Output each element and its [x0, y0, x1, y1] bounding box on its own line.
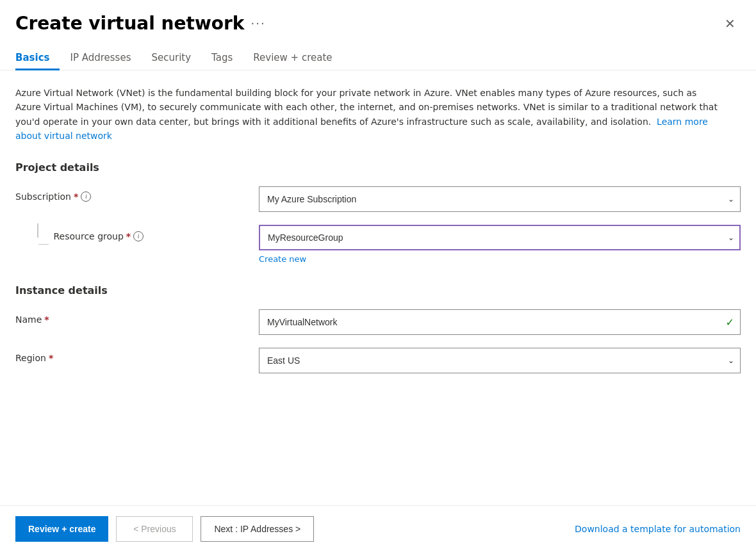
region-select[interactable]: East US East US 2 West US West Europe: [259, 348, 741, 373]
next-button[interactable]: Next : IP Addresses >: [201, 516, 314, 542]
main-content: Azure Virtual Network (VNet) is the fund…: [0, 70, 756, 505]
resource-group-label-area: Resource group * i: [15, 225, 259, 252]
instance-details-section: Instance details Name * ✓ Region: [15, 284, 741, 373]
name-label: Name *: [15, 309, 259, 325]
close-icon: ✕: [725, 16, 735, 31]
name-input-wrapper: ✓: [259, 309, 741, 335]
resource-group-control: MyResourceGroup ⌄ Create new: [259, 225, 741, 264]
tab-tags[interactable]: Tags: [201, 47, 243, 70]
description-text: Azure Virtual Network (VNet) is the fund…: [15, 86, 720, 143]
dialog-title: Create virtual network: [15, 13, 244, 34]
instance-details-title: Instance details: [15, 284, 741, 296]
resource-group-info-icon[interactable]: i: [133, 231, 144, 241]
name-valid-icon: ✓: [726, 316, 734, 328]
create-virtual-network-dialog: Create virtual network ··· ✕ Basics IP A…: [0, 0, 756, 552]
project-details-section: Project details Subscription * i My Azur…: [15, 161, 741, 264]
tab-ip-addresses[interactable]: IP Addresses: [60, 47, 141, 70]
region-control: East US East US 2 West US West Europe ⌄: [259, 348, 741, 373]
subscription-required: *: [74, 191, 78, 202]
subscription-info-icon[interactable]: i: [81, 191, 91, 202]
tab-basics[interactable]: Basics: [15, 47, 60, 70]
project-details-title: Project details: [15, 161, 741, 174]
resource-group-row: Resource group * i MyResourceGroup ⌄ Cre…: [15, 225, 741, 264]
region-label: Region *: [15, 348, 259, 363]
region-required: *: [49, 353, 53, 363]
name-input[interactable]: [259, 309, 741, 335]
name-required: *: [44, 314, 49, 325]
tabs-nav: Basics IP Addresses Security Tags Review…: [0, 47, 756, 70]
close-button[interactable]: ✕: [719, 13, 741, 34]
create-new-link[interactable]: Create new: [259, 254, 741, 264]
tab-review-create[interactable]: Review + create: [243, 47, 342, 70]
dialog-title-area: Create virtual network ···: [15, 13, 266, 34]
subscription-select-wrapper: My Azure Subscription ⌄: [259, 186, 741, 212]
resource-group-required: *: [126, 231, 131, 241]
review-create-button[interactable]: Review + create: [15, 516, 108, 542]
dialog-header: Create virtual network ··· ✕: [0, 0, 756, 42]
region-row: Region * East US East US 2 West US West …: [15, 348, 741, 373]
download-template-link[interactable]: Download a template for automation: [575, 524, 741, 534]
resource-group-select[interactable]: MyResourceGroup: [259, 225, 741, 250]
name-row: Name * ✓: [15, 309, 741, 335]
subscription-select[interactable]: My Azure Subscription: [259, 186, 741, 212]
name-control: ✓: [259, 309, 741, 335]
resource-group-select-wrapper: MyResourceGroup ⌄: [259, 225, 741, 250]
subscription-label: Subscription * i: [15, 186, 259, 202]
dialog-footer: Review + create < Previous Next : IP Add…: [0, 505, 756, 552]
more-options-icon[interactable]: ···: [251, 17, 265, 30]
tab-security[interactable]: Security: [141, 47, 201, 70]
region-select-wrapper: East US East US 2 West US West Europe ⌄: [259, 348, 741, 373]
previous-button[interactable]: < Previous: [116, 516, 193, 542]
subscription-row: Subscription * i My Azure Subscription ⌄: [15, 186, 741, 212]
subscription-control: My Azure Subscription ⌄: [259, 186, 741, 212]
